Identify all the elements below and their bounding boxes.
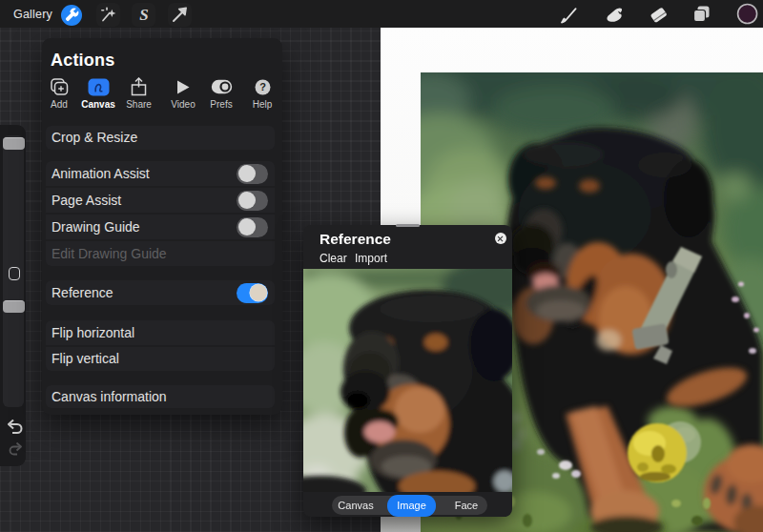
svg-text:S: S xyxy=(139,6,148,24)
svg-text:?: ? xyxy=(259,81,266,92)
